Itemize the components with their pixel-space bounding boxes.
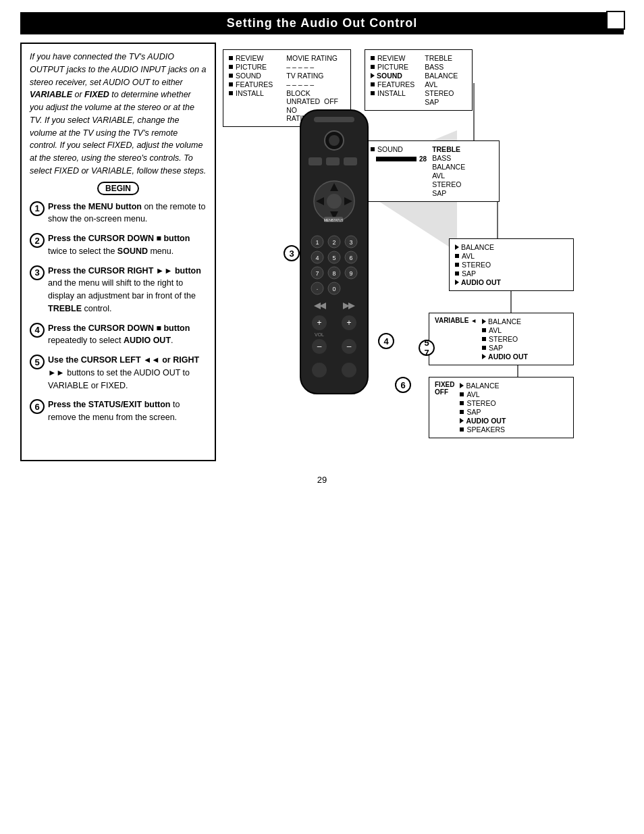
svg-text:1: 1 [315, 239, 319, 246]
diagram-column: REVIEW PICTURE SOUND FEATURES INSTALL MO… [223, 43, 624, 461]
menu-item-sound-2-sel: SOUND [371, 72, 414, 80]
step-num-3: 3 [30, 265, 45, 280]
svg-text:+: + [317, 318, 321, 328]
menu-item-avl-3: AVL [432, 172, 465, 180]
menu-box-4: BALANCE AVL STEREO SAP AUDIO OUT [449, 238, 574, 291]
page-title: Setting the Audio Out Control [20, 16, 624, 30]
menu-item-stereo-6: STEREO [460, 399, 506, 407]
menu-item-install-2: INSTALL [371, 89, 414, 97]
menu-diagram: REVIEW PICTURE SOUND FEATURES INSTALL MO… [223, 43, 624, 461]
menu-item-tv-rating: TV RATING [286, 72, 345, 80]
step-3: 3 Press the CURSOR RIGHT ►► button and t… [30, 265, 207, 315]
svg-rect-10 [326, 157, 340, 165]
svg-point-53 [312, 363, 327, 377]
menu-item-bass-2: BASS [425, 63, 458, 71]
menu-item-install-1: INSTALL [229, 89, 273, 97]
step-num-1: 1 [30, 201, 45, 216]
svg-rect-11 [344, 157, 357, 165]
svg-text:STATUS: STATUS [331, 219, 343, 222]
svg-text:9: 9 [349, 270, 352, 277]
svg-point-17 [327, 194, 342, 209]
menu-box-2: REVIEW PICTURE SOUND FEATURES INSTALL TR… [365, 49, 473, 111]
menu-item-sap-2: SAP [425, 98, 458, 106]
menu-item-review-2: REVIEW [371, 54, 414, 62]
menu-item-balance-3: BALANCE [432, 163, 465, 171]
svg-text:–: – [347, 342, 352, 351]
diag-step-3: 3 [284, 245, 300, 261]
svg-text:VOL: VOL [315, 332, 324, 337]
svg-rect-9 [308, 157, 322, 165]
menu-item-picture-1: PICTURE [229, 63, 273, 71]
svg-text:2: 2 [332, 239, 336, 246]
step-text-3: Press the CURSOR RIGHT ►► button and the… [48, 265, 207, 315]
menu-item-audioout-5: AUDIO OUT [482, 353, 528, 361]
svg-point-54 [342, 363, 356, 377]
svg-rect-6 [314, 117, 354, 122]
menu-item-bass-3: BASS [432, 154, 465, 162]
menu-item-balance-5: BALANCE [482, 317, 528, 325]
menu-item-balance-2: BALANCE [425, 72, 458, 80]
diag-step-6: 6 [395, 377, 411, 393]
menu-item-audioout-4: AUDIO OUT [455, 278, 568, 286]
menu-item-stereo-4: STEREO [455, 261, 568, 269]
step-num-4: 4 [30, 323, 45, 338]
svg-text:7: 7 [315, 270, 319, 277]
menu-item-avl-6: AVL [460, 390, 506, 398]
menu-item-sap-4: SAP [455, 269, 568, 278]
menu-item-features-2: FEATURES [371, 80, 414, 88]
step-text-4: Press the CURSOR DOWN ■ button repeatedl… [48, 322, 207, 348]
menu-item-audioout-6: AUDIO OUT [460, 417, 506, 425]
step-6: 6 Press the STATUS/EXIT button to remove… [30, 398, 207, 424]
svg-text:·: · [317, 286, 319, 292]
menu-item-sap-6: SAP [460, 408, 506, 416]
step-num-5: 5 [30, 355, 45, 369]
menu-item-dash1: – – – – – [286, 63, 345, 71]
step-text-2: Press the CURSOR DOWN ■ button twice to … [48, 232, 207, 258]
step-4: 4 Press the CURSOR DOWN ■ button repeate… [30, 322, 207, 348]
step-text-1: Press the MENU button on the remote to s… [48, 201, 207, 226]
instructions-column: If you have connected the TV's AUDIO OUT… [20, 43, 216, 461]
menu-item-stereo-2: STEREO [425, 89, 458, 97]
menu-box-6: FIXED OFF BALANCE AVL STEREO SAP AUDIO O… [429, 377, 574, 438]
menu-box-5: VARIABLE ◄ BALANCE AVL STEREO SAP AUDIO … [429, 313, 574, 365]
svg-text:–: – [317, 342, 322, 351]
step-1: 1 Press the MENU button on the remote to… [30, 201, 207, 226]
step-5: 5 Use the CURSOR LEFT ◄◄ or RIGHT ►► but… [30, 354, 207, 392]
menu-item-dash2: – – – – – [286, 80, 345, 88]
menu-item-avl-4: AVL [455, 252, 568, 260]
menu-item-movie-rating: MOVIE RATING [286, 54, 345, 62]
menu-item-sap-3: SAP [432, 189, 465, 197]
step-text-5: Use the CURSOR LEFT ◄◄ or RIGHT ►► butto… [48, 354, 207, 392]
page-number: 29 [0, 475, 644, 498]
menu-item-picture-2: PICTURE [371, 63, 414, 71]
menu-item-avl-2: AVL [425, 80, 458, 88]
svg-text:3: 3 [349, 239, 352, 246]
menu-item-treble-2: TREBLE [425, 54, 458, 62]
main-content: If you have connected the TV's AUDIO OUT… [20, 43, 624, 461]
step-text-6: Press the STATUS/EXIT button to remove t… [48, 398, 207, 424]
diag-step-5-6: 57 [419, 340, 435, 356]
header-corner-box [606, 11, 625, 30]
step-2: 2 Press the CURSOR DOWN ■ button twice t… [30, 232, 207, 258]
diag-step-4: 4 [378, 333, 394, 349]
svg-text:+: + [346, 318, 351, 328]
menu-item-balance-4: BALANCE [455, 243, 568, 251]
menu-item-sap-5: SAP [482, 344, 528, 352]
svg-text:8: 8 [332, 270, 336, 277]
step-num-6: 6 [30, 399, 45, 414]
svg-text:0: 0 [332, 286, 336, 292]
menu-item-treble-3: TREBLE [432, 145, 465, 153]
menu-item-stereo-5: STEREO [482, 335, 528, 343]
menu-item-speakers-6: SPEAKERS [460, 425, 506, 434]
menu-item-balance-6: BALANCE [460, 382, 506, 390]
page-header: Setting the Audio Out Control [20, 12, 624, 34]
svg-point-8 [329, 135, 340, 146]
menu-item-review-1: REVIEW [229, 54, 273, 62]
step-num-2: 2 [30, 233, 45, 248]
svg-text:4: 4 [315, 255, 319, 261]
svg-text:5: 5 [332, 255, 336, 261]
menu-item-sound-1: SOUND [229, 72, 273, 80]
page-wrapper: Setting the Audio Out Control If you hav… [0, 12, 644, 498]
svg-text:6: 6 [349, 255, 352, 261]
menu-item-stereo-3: STEREO [432, 180, 465, 188]
